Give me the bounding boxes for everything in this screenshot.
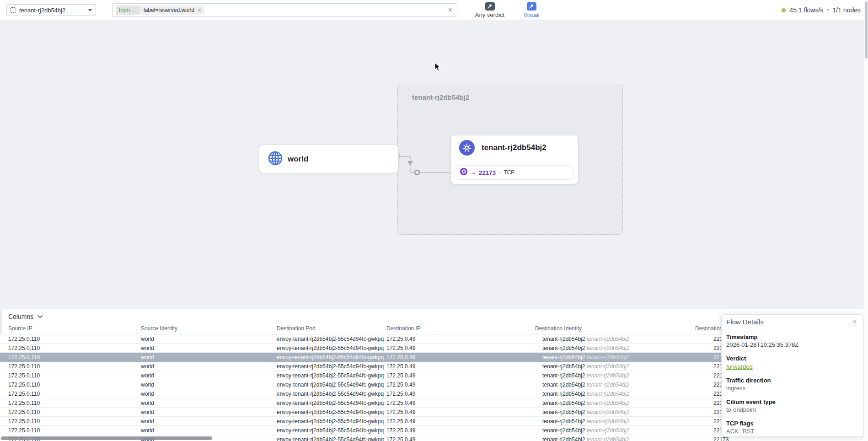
flow-detail-label: Timestamp — [726, 333, 857, 341]
flow-detail-value: 2026-01-28T10:25:35.378Z — [726, 341, 857, 349]
filter-chip-remove-icon[interactable]: × — [197, 6, 204, 14]
column-header-source-ip[interactable]: Source IP — [8, 325, 32, 332]
cell-source-ip: 172.25.0.110 — [8, 354, 40, 360]
vertical-scrollbar-thumb[interactable] — [865, 1, 868, 59]
cell-destination-pod: envoy-tenant-rj2db54bj2-55c54d94fc-gwkpq — [277, 382, 384, 388]
cell-destination-ip: 172.25.0.49 — [386, 400, 415, 406]
cell-destination-identity-secondary: tenant-rj2db54bj2 — [585, 391, 629, 397]
cell-destination-ip: 172.25.0.49 — [386, 427, 415, 434]
flow-detail-field: Cilium event typeto-endpoint — [726, 398, 857, 414]
cell-destination-identity-secondary: tenant-rj2db54bj2 — [585, 382, 629, 388]
cell-source-identity: world — [141, 409, 154, 415]
nodes-count: 1/1 nodes — [833, 6, 861, 14]
cell-source-identity: world — [141, 345, 154, 351]
cell-source-ip: 172.25.0.110 — [8, 409, 40, 415]
column-header-destination-ip[interactable]: Destination IP — [386, 325, 421, 332]
cell-destination-identity: tenant-rj2db54bj2 tenant-rj2db54bj2 — [542, 391, 629, 397]
columns-button[interactable]: Columns — [8, 313, 43, 320]
cell-destination-identity-secondary: tenant-rj2db54bj2 — [585, 409, 629, 415]
flow-detail-field: Timestamp2026-01-28T10:25:35.378Z — [726, 333, 857, 349]
verdict-filter-label: Any verdict — [475, 11, 504, 18]
cell-destination-identity-secondary: tenant-rj2db54bj2 — [585, 436, 629, 441]
cell-source-identity: world — [141, 336, 154, 342]
cell-destination-identity-secondary: tenant-rj2db54bj2 — [585, 363, 629, 370]
column-header-source-identity[interactable]: Source Identity — [141, 325, 177, 332]
flow-detail-value: to-endpoint — [726, 406, 857, 414]
tcp-flag-link[interactable]: RST — [743, 428, 755, 435]
service-port-number: 22173 — [479, 169, 496, 176]
cell-source-identity: world — [141, 418, 154, 425]
visual-mode-icon — [527, 2, 536, 11]
cell-source-ip: 172.25.0.110 — [8, 345, 40, 351]
flow-connection-lines — [0, 20, 868, 309]
cell-destination-identity: tenant-rj2db54bj2 tenant-rj2db54bj2 — [542, 409, 629, 415]
flows-rate: 45.1 flows/s — [789, 6, 823, 14]
service-port-row[interactable]: → 22173 • TCP — [456, 165, 573, 180]
column-header-destination-identity[interactable]: Destination Identity — [535, 325, 582, 332]
cell-source-identity: world — [141, 363, 154, 370]
cell-source-ip: 172.25.0.110 — [8, 363, 40, 370]
service-node-title: tenant-rj2db54bj2 — [482, 143, 547, 152]
visual-view-button[interactable]: Visual — [515, 2, 547, 18]
service-map[interactable]: tenant-rj2db54bj2 world — [0, 20, 868, 309]
port-bullet-icon: • — [499, 170, 500, 175]
cell-source-ip: 172.25.0.110 — [8, 400, 40, 406]
tcp-flag-link[interactable]: ACK — [726, 428, 739, 435]
cell-destination-identity-secondary: tenant-rj2db54bj2 — [585, 418, 629, 425]
globe-icon — [268, 151, 283, 168]
cell-source-ip: 172.25.0.110 — [8, 336, 40, 342]
flow-details-body: Timestamp2026-01-28T10:25:35.378ZVerdict… — [726, 333, 857, 435]
flow-detail-value: ingress — [726, 384, 857, 392]
cell-source-identity: world — [141, 354, 154, 360]
verdict-filter-button[interactable]: Any verdict — [474, 2, 506, 18]
filter-chip-label: label=reserved:world — [140, 7, 197, 13]
flow-filter-input[interactable]: from → label=reserved:world × × — [112, 3, 457, 17]
flow-detail-field: TCP flagsACKRST — [726, 419, 857, 435]
flow-detail-label: Traffic direction — [726, 376, 857, 384]
cell-destination-pod: envoy-tenant-rj2db54bj2-55c54d94fc-gwkpq — [277, 354, 384, 360]
flow-detail-field: Verdictforwarded — [726, 355, 857, 371]
cell-destination-pod: envoy-tenant-rj2db54bj2-55c54d94fc-gwkpq — [277, 336, 384, 342]
cell-source-identity: world — [141, 372, 154, 379]
cell-source-identity: world — [141, 391, 154, 397]
cell-source-ip: 172.25.0.110 — [8, 382, 40, 388]
flow-detail-value[interactable]: forwarded — [726, 363, 753, 371]
cell-destination-pod: envoy-tenant-rj2db54bj2-55c54d94fc-gwkpq — [277, 345, 384, 351]
connection-status: 45.1 flows/s • 1/1 nodes — [782, 0, 861, 20]
horizontal-scrollbar-thumb[interactable] — [1, 436, 212, 440]
status-separator: • — [827, 7, 829, 13]
flow-detail-label: TCP flags — [726, 419, 857, 427]
filter-chip[interactable]: from → label=reserved:world × — [116, 5, 204, 15]
service-node[interactable]: tenant-rj2db54bj2 → 22173 • TCP — [450, 135, 579, 184]
cell-destination-pod: envoy-tenant-rj2db54bj2-55c54d94fc-gwkpq — [277, 363, 384, 370]
cell-destination-pod: envoy-tenant-rj2db54bj2-55c54d94fc-gwkpq — [277, 409, 384, 415]
cell-destination-pod: envoy-tenant-rj2db54bj2-55c54d94fc-gwkpq — [277, 391, 384, 397]
close-icon[interactable]: × — [852, 317, 857, 326]
filter-direction-label: from — [119, 7, 130, 13]
cell-destination-identity: tenant-rj2db54bj2 tenant-rj2db54bj2 — [542, 354, 629, 360]
cell-destination-identity: tenant-rj2db54bj2 tenant-rj2db54bj2 — [542, 382, 629, 388]
service-node-header: tenant-rj2db54bj2 — [451, 135, 578, 156]
vertical-scrollbar[interactable] — [864, 0, 868, 441]
arrow-right-icon: → — [132, 7, 137, 13]
filter-clear-icon[interactable]: × — [448, 6, 452, 14]
column-header-destination-pod[interactable]: Destination Pod — [277, 325, 316, 332]
cell-source-identity: world — [141, 427, 154, 434]
cell-destination-ip: 172.25.0.49 — [386, 345, 415, 351]
cell-destination-identity: tenant-rj2db54bj2 tenant-rj2db54bj2 — [542, 345, 629, 351]
cell-destination-identity-secondary: tenant-rj2db54bj2 — [585, 372, 629, 379]
cell-destination-identity: tenant-rj2db54bj2 tenant-rj2db54bj2 — [542, 372, 629, 379]
namespace-icon — [11, 7, 16, 13]
cell-destination-identity: tenant-rj2db54bj2 tenant-rj2db54bj2 — [542, 418, 629, 425]
world-node[interactable]: world — [259, 145, 399, 173]
visual-view-label: Visual — [523, 11, 539, 18]
cell-destination-pod: envoy-tenant-rj2db54bj2-55c54d94fc-gwkpq — [277, 418, 384, 425]
cell-destination-pod: envoy-tenant-rj2db54bj2-55c54d94fc-gwkpq — [277, 427, 384, 434]
cell-destination-identity: tenant-rj2db54bj2 tenant-rj2db54bj2 — [542, 336, 629, 342]
namespace-selector[interactable]: tenant-rj2db54bj2 — [6, 4, 96, 16]
cell-destination-ip: 172.25.0.49 — [386, 336, 415, 342]
cell-destination-identity-secondary: tenant-rj2db54bj2 — [585, 345, 629, 351]
cell-destination-pod: envoy-tenant-rj2db54bj2-55c54d94fc-gwkpq — [277, 372, 384, 379]
cell-destination-pod: envoy-tenant-rj2db54bj2-55c54d94fc-gwkpq — [277, 400, 384, 406]
cell-destination-identity: tenant-rj2db54bj2 tenant-rj2db54bj2 — [542, 363, 629, 370]
